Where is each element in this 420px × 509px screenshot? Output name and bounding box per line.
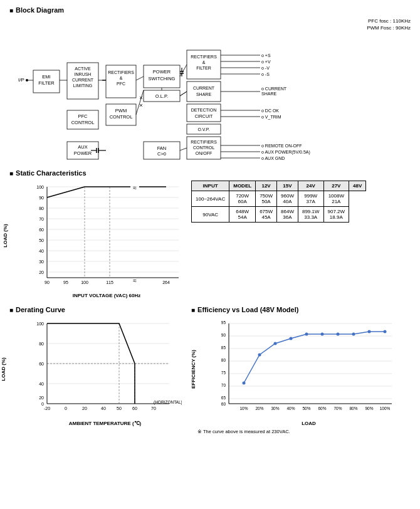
svg-text:O.L.P.: O.L.P. — [155, 93, 168, 99]
table-row: 100~264VAC 720W60A 750W50A 960W40A 999W3… — [192, 191, 366, 207]
svg-text:0: 0 — [65, 406, 67, 411]
svg-text:CONTROL: CONTROL — [110, 114, 133, 120]
svg-text:90: 90 — [39, 196, 44, 200]
svg-text:95: 95 — [221, 320, 226, 325]
svg-rect-29 — [187, 124, 221, 134]
svg-text:20: 20 — [39, 396, 44, 400]
table-cell-input1: 100~264VAC — [192, 191, 229, 207]
svg-text:AUX: AUX — [78, 144, 87, 150]
freq-note: PFC fosc : 110KHz PWM Fosc : 90KHz — [367, 18, 411, 31]
table-header-input: INPUT — [192, 181, 229, 191]
static-chart-container: LOAD (%) — [9, 181, 185, 298]
svg-text:20: 20 — [39, 270, 44, 275]
svg-text:115: 115 — [106, 280, 113, 285]
svg-text:100%: 100% — [380, 406, 391, 411]
svg-text:90%: 90% — [365, 406, 373, 411]
block-diagram-svg: I/P EMI FILTER ACTIVE INRUSH CURRENT LIM… — [9, 18, 411, 162]
svg-point-174 — [305, 333, 308, 336]
svg-text:60: 60 — [39, 362, 44, 366]
svg-text:ACTIVE: ACTIVE — [75, 66, 91, 71]
svg-text:264: 264 — [162, 280, 170, 285]
svg-rect-23 — [187, 81, 221, 102]
svg-text:o +S: o +S — [261, 53, 271, 58]
svg-text:40: 40 — [39, 249, 44, 253]
static-chart-area: 100 90 80 70 60 50 40 30 20 90 95 100 11… — [28, 181, 191, 287]
svg-text:(HORIZONTAL): (HORIZONTAL) — [154, 400, 182, 405]
derating-ylabel: LOAD (%) — [1, 357, 6, 380]
svg-text:FILTER: FILTER — [38, 80, 55, 86]
svg-text:0: 0 — [41, 402, 44, 406]
svg-point-173 — [290, 337, 293, 340]
svg-text:SHARE: SHARE — [196, 92, 211, 97]
svg-text:100: 100 — [81, 280, 88, 285]
efficiency-xlabel: LOAD — [207, 421, 411, 426]
table-header-48v: 48V — [349, 181, 366, 191]
block-diagram-section: Block Diagram PFC fosc : 110KHz PWM Fosc… — [9, 6, 411, 162]
efficiency-title: Efficiency vs Load (48V Model) — [191, 306, 411, 313]
svg-line-60 — [140, 97, 142, 99]
svg-text:95: 95 — [63, 280, 68, 285]
svg-text:o DC OK: o DC OK — [261, 108, 279, 113]
svg-text:INRUSH: INRUSH — [75, 72, 92, 76]
table-row: 90VAC 648W54A 675W45A 864W36A 899.1W33.3… — [192, 207, 366, 223]
table-cell-48v-2: 907.2W18.9A — [323, 207, 349, 223]
svg-rect-14 — [144, 65, 180, 88]
svg-text:CONTROL: CONTROL — [71, 120, 95, 125]
svg-point-170 — [243, 382, 246, 385]
svg-line-68 — [180, 148, 187, 150]
table-header-24v: 24V — [298, 181, 323, 191]
svg-rect-31 — [187, 137, 221, 159]
svg-text:10%: 10% — [239, 406, 248, 411]
svg-text:&: & — [120, 76, 123, 80]
svg-text:70: 70 — [221, 383, 226, 387]
svg-rect-19 — [187, 50, 221, 79]
svg-text:o AUX POWER(5V/0.5A): o AUX POWER(5V/0.5A) — [261, 150, 310, 155]
static-chart-ylabel: LOAD (%) — [3, 224, 8, 247]
svg-text:SHARE: SHARE — [261, 92, 276, 96]
table-cell-12v-1: 720W60A — [229, 191, 256, 207]
svg-rect-44 — [144, 142, 180, 159]
svg-text:75: 75 — [221, 370, 226, 375]
derating-chart: 100 80 60 40 20 0 -20 0 20 40 50 60 70 — [31, 317, 182, 417]
svg-text:o CURRENT: o CURRENT — [261, 87, 287, 91]
svg-rect-10 — [106, 65, 136, 98]
svg-point-172 — [274, 342, 277, 345]
static-chart-svg: 100 90 80 70 60 50 40 30 20 90 95 100 11… — [28, 181, 191, 287]
svg-text:ON/OFF: ON/OFF — [196, 151, 212, 155]
svg-rect-17 — [144, 90, 180, 102]
table-cell-48v-1: 1008W21A — [323, 191, 349, 207]
svg-text:80%: 80% — [349, 406, 357, 411]
svg-text:50: 50 — [39, 238, 44, 243]
svg-text:30%: 30% — [271, 406, 279, 411]
characteristics-table: INPUT MODEL 12V 15V 24V 27V 48V 100~264V… — [191, 181, 366, 223]
svg-rect-26 — [187, 104, 221, 122]
svg-line-58 — [180, 92, 187, 96]
svg-text:40: 40 — [39, 382, 44, 386]
svg-text:RECTIFIERS: RECTIFIERS — [108, 70, 134, 75]
derating-section: Derating Curve LOAD (%) 100 80 — [9, 306, 185, 434]
svg-text:70%: 70% — [333, 406, 342, 411]
svg-point-177 — [352, 333, 355, 336]
svg-point-1 — [26, 79, 28, 81]
svg-text:o REMOTE ON-OFF: o REMOTE ON-OFF — [261, 144, 302, 148]
svg-text:100: 100 — [36, 185, 44, 189]
svg-text:60: 60 — [39, 228, 44, 232]
svg-text:40%: 40% — [286, 406, 295, 411]
svg-text:RECTIFIERS: RECTIFIERS — [191, 140, 217, 144]
bottom-sections: Derating Curve LOAD (%) 100 80 — [9, 306, 411, 434]
table-cell-12v-2: 648W54A — [229, 207, 256, 223]
svg-text:o -S: o -S — [261, 72, 270, 76]
table-cell-15v-1: 750W50A — [256, 191, 277, 207]
efficiency-ylabel: EFFICIENCY (%) — [191, 349, 196, 388]
svg-text:FAN: FAN — [157, 145, 167, 151]
svg-text:SWITCHING: SWITCHING — [149, 76, 176, 81]
efficiency-svg: 60 65 70 75 80 85 90 95 10% 20% 30% 40% … — [213, 317, 401, 417]
svg-line-63 — [140, 104, 142, 107]
svg-text:40: 40 — [101, 406, 106, 411]
svg-line-57 — [180, 92, 187, 96]
svg-point-179 — [384, 330, 387, 333]
svg-text:PFC: PFC — [78, 113, 88, 119]
svg-text:≈: ≈ — [133, 184, 137, 191]
static-characteristics-section: Static Characteristics LOAD (%) — [9, 169, 411, 298]
block-diagram-container: PFC fosc : 110KHz PWM Fosc : 90KHz I/P E… — [9, 18, 411, 162]
